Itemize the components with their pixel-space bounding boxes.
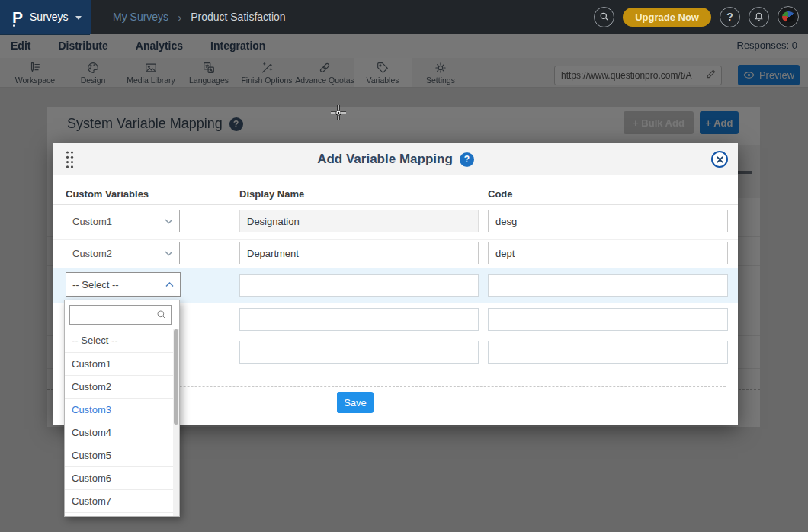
- pencil-icon: [706, 69, 717, 79]
- display-name-input-2[interactable]: [239, 242, 479, 264]
- tab-distribute[interactable]: Distribute: [58, 40, 107, 52]
- breadcrumb-separator-icon: ›: [178, 11, 181, 24]
- help-button[interactable]: ?: [720, 7, 740, 27]
- toolbar-item-finish-options[interactable]: Finish Options: [238, 58, 296, 87]
- plus-icon: +: [633, 117, 639, 129]
- column-header-code: Code: [488, 188, 513, 200]
- user-avatar[interactable]: [778, 6, 799, 27]
- dropdown-search-input[interactable]: [70, 309, 156, 320]
- dropdown-option-select[interactable]: -- Select --: [65, 329, 175, 352]
- dropdown-option-list: -- Select -- Custom1 Custom2 Custom3 Cus…: [65, 329, 175, 517]
- design-icon: [86, 61, 100, 75]
- dropdown-scrollbar-thumb[interactable]: [174, 329, 178, 425]
- chevron-down-icon: [165, 251, 173, 256]
- search-button[interactable]: [594, 7, 614, 27]
- top-header-bar: P Surveys My Surveys › Product Satisfact…: [0, 0, 808, 34]
- mapping-row-2: Custom2: [53, 240, 738, 268]
- mapping-row-3-active: -- Select --: [53, 268, 738, 303]
- languages-icon: [202, 61, 216, 75]
- dropdown-scrollbar[interactable]: [173, 329, 179, 517]
- preview-button[interactable]: Preview: [738, 65, 800, 85]
- toolbar-item-workspace[interactable]: Workspace: [6, 58, 64, 87]
- display-name-input-3[interactable]: [239, 274, 479, 297]
- display-name-input-5[interactable]: [239, 341, 479, 364]
- product-name: Surveys: [30, 11, 69, 23]
- dropdown-option-custom7[interactable]: Custom7: [65, 489, 175, 512]
- bulk-add-button[interactable]: + Bulk Add: [624, 111, 694, 134]
- chevron-up-icon: [165, 282, 174, 287]
- column-header-custom-variables: Custom Variables: [66, 188, 149, 200]
- close-icon: [717, 156, 723, 163]
- modal-help-icon[interactable]: ?: [460, 152, 474, 167]
- eye-icon: [743, 71, 755, 79]
- display-name-input-1[interactable]: [239, 210, 479, 232]
- code-input-1[interactable]: [488, 210, 728, 232]
- plus-icon: +: [705, 117, 711, 129]
- custom-variable-dropdown: -- Select -- Custom1 Custom2 Custom3 Cus…: [64, 300, 180, 517]
- responses-count: Responses: 0: [737, 40, 798, 51]
- advance-quotas-icon: [318, 61, 332, 75]
- toolbar-item-languages[interactable]: Languages: [180, 58, 238, 87]
- dropdown-option-custom3[interactable]: Custom3: [65, 398, 175, 421]
- custom-variable-select-2[interactable]: Custom2: [66, 242, 180, 264]
- avatar-image: [782, 11, 795, 22]
- save-button[interactable]: Save: [337, 392, 374, 413]
- tab-edit[interactable]: Edit: [11, 40, 30, 52]
- toolbar-item-media-library[interactable]: Media Library: [122, 58, 180, 87]
- workspace-icon: [28, 61, 42, 75]
- modal-title: Add Variable Mapping: [317, 152, 453, 167]
- toolbar-item-variables[interactable]: Variables: [354, 58, 412, 87]
- column-header-divider: [53, 204, 738, 205]
- tab-integration[interactable]: Integration: [210, 40, 265, 52]
- dropdown-option-custom6[interactable]: Custom6: [65, 466, 175, 489]
- page-title: System Variable Mapping: [67, 116, 223, 132]
- breadcrumb: My Surveys › Product Satisfaction: [113, 0, 286, 34]
- question-mark-icon: ?: [726, 11, 733, 23]
- dropdown-search-field: [69, 305, 172, 325]
- code-input-3[interactable]: [488, 274, 728, 297]
- chevron-down-icon: [165, 219, 173, 224]
- column-header-display-name: Display Name: [239, 188, 304, 200]
- add-button[interactable]: + Add: [700, 111, 739, 134]
- toolbar-item-settings[interactable]: Settings: [412, 58, 470, 87]
- breadcrumb-my-surveys[interactable]: My Surveys: [113, 11, 168, 23]
- survey-url-field: [554, 66, 722, 85]
- header-actions: Upgrade Now ?: [594, 0, 799, 34]
- breadcrumb-current-survey: Product Satisfaction: [191, 11, 286, 23]
- dropdown-option-custom1[interactable]: Custom1: [65, 352, 175, 375]
- app-root: P Surveys My Surveys › Product Satisfact…: [0, 0, 808, 532]
- product-switcher[interactable]: P Surveys: [0, 0, 91, 34]
- toolbar-item-advance-quotas[interactable]: Advance Quotas: [296, 58, 354, 87]
- settings-icon: [434, 61, 447, 75]
- survey-url-input[interactable]: [555, 70, 706, 81]
- edit-toolbar: Workspace Design Media Library Languages…: [0, 58, 808, 88]
- custom-variable-select-3-open[interactable]: -- Select --: [66, 272, 181, 297]
- page-help-icon[interactable]: ?: [229, 117, 243, 131]
- search-icon: [599, 11, 610, 22]
- dropdown-option-custom4[interactable]: Custom4: [65, 421, 175, 444]
- upgrade-now-button[interactable]: Upgrade Now: [623, 8, 711, 27]
- bell-icon: [753, 11, 765, 23]
- code-input-5[interactable]: [488, 341, 728, 364]
- dropdown-option-custom5[interactable]: Custom5: [65, 444, 175, 466]
- toolbar-item-design[interactable]: Design: [64, 58, 122, 87]
- survey-nav-bar: Edit Distribute Analytics Integration Re…: [0, 34, 808, 58]
- custom-variable-select-1[interactable]: Custom1: [66, 210, 180, 232]
- finish-options-icon: [260, 61, 274, 75]
- modal-header: Add Variable Mapping ?: [53, 143, 738, 175]
- dropdown-option-custom2[interactable]: Custom2: [65, 375, 175, 398]
- code-input-4[interactable]: [488, 308, 728, 331]
- chevron-down-icon: [75, 16, 82, 20]
- search-icon: [156, 309, 167, 320]
- tab-analytics[interactable]: Analytics: [136, 40, 183, 52]
- edit-url-button[interactable]: [706, 69, 721, 82]
- display-name-input-4[interactable]: [239, 308, 479, 331]
- variables-icon: [376, 61, 390, 75]
- background-bar-fragment: [737, 171, 752, 174]
- mapping-row-1: Custom1: [53, 207, 738, 240]
- media-library-icon: [144, 61, 158, 75]
- code-input-2[interactable]: [488, 242, 728, 264]
- notifications-button[interactable]: [749, 7, 769, 27]
- questionpro-logo: P: [12, 9, 23, 25]
- modal-close-button[interactable]: [711, 151, 728, 168]
